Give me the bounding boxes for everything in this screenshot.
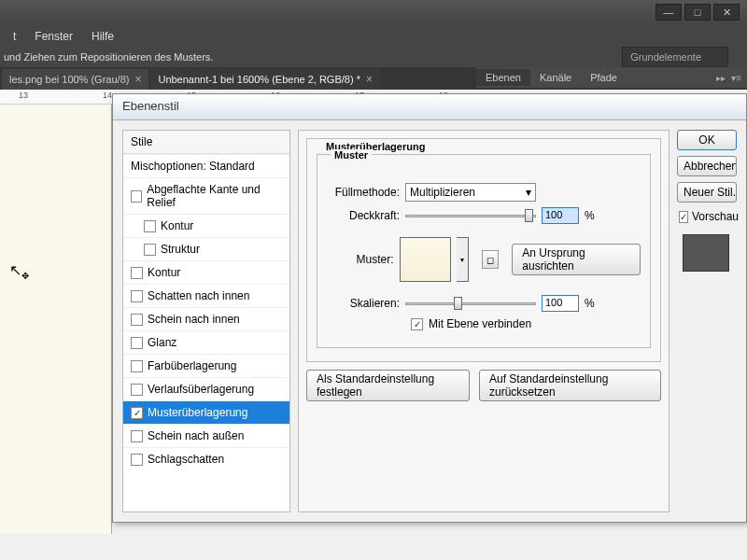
move-cursor-icon: ↖✥ xyxy=(9,261,29,279)
document-tab[interactable]: les.png bei 100% (Grau/8)× xyxy=(2,69,148,90)
style-checkbox[interactable] xyxy=(131,360,143,372)
tab-pfade[interactable]: Pfade xyxy=(581,69,627,86)
unit-percent: % xyxy=(585,209,595,222)
style-item[interactable]: Struktur xyxy=(123,237,289,260)
style-label: Schlagschatten xyxy=(148,453,224,466)
panel-menu-icon[interactable]: ▾≡ xyxy=(731,73,741,83)
style-checkbox[interactable] xyxy=(131,430,143,442)
style-checkbox[interactable] xyxy=(144,244,156,256)
style-checkbox[interactable] xyxy=(131,384,143,396)
menubar: t Fenster Hilfe xyxy=(0,26,747,47)
styles-header[interactable]: Stile xyxy=(123,131,289,154)
style-checkbox[interactable] xyxy=(131,454,143,466)
label-scale: Skalieren: xyxy=(327,297,400,310)
unit-percent: % xyxy=(585,297,595,310)
style-label: Struktur xyxy=(161,243,200,256)
style-label: Schatten nach innen xyxy=(148,289,249,302)
close-button[interactable]: ✕ xyxy=(713,4,740,21)
workspace-selector[interactable]: Grundelemente xyxy=(622,47,728,67)
options-hint: und Ziehen zum Repositionieren des Muste… xyxy=(4,51,213,63)
style-item[interactable]: ✓Musterüberlagerung xyxy=(123,400,289,424)
style-label: Verlaufsüberlagerung xyxy=(148,383,254,396)
style-label: Abgeflachte Kante und Relief xyxy=(147,183,282,209)
label-preview: Vorschau xyxy=(692,210,739,223)
menu-fenster[interactable]: Fenster xyxy=(25,28,82,45)
maximize-button[interactable]: □ xyxy=(684,4,711,21)
make-default-button[interactable]: Als Standardeinstellung festlegen xyxy=(306,370,470,401)
panel-tabs: Ebenen Kanäle Pfade ▸▸ ▾≡ xyxy=(476,67,747,88)
style-item[interactable]: Schein nach innen xyxy=(123,307,289,330)
pattern-picker-arrow[interactable]: ▾ xyxy=(457,237,469,282)
blendmode-select[interactable]: Multiplizieren▾ xyxy=(405,183,536,202)
style-checkbox[interactable] xyxy=(131,190,142,203)
ok-button[interactable]: OK xyxy=(677,130,737,150)
reset-default-button[interactable]: Auf Standardeinstellung zurücksetzen xyxy=(479,370,661,401)
style-label: Schein nach außen xyxy=(148,429,244,442)
scale-input[interactable]: 100 xyxy=(542,295,579,312)
style-item[interactable]: Kontur xyxy=(123,260,289,284)
styles-list: Stile Mischoptionen: Standard Abgeflacht… xyxy=(122,130,290,512)
cancel-button[interactable]: Abbrechen xyxy=(677,156,737,176)
tab-ebenen[interactable]: Ebenen xyxy=(476,69,530,86)
label-opacity: Deckkraft: xyxy=(327,209,400,222)
style-item[interactable]: Verlaufsüberlagerung xyxy=(123,377,289,400)
label-link-layer: Mit Ebene verbinden xyxy=(429,317,531,330)
scale-slider[interactable] xyxy=(405,296,536,311)
style-checkbox[interactable] xyxy=(131,290,143,302)
label-blendmode: Füllmethode: xyxy=(327,186,400,199)
style-checkbox[interactable] xyxy=(144,220,156,232)
menu-truncated[interactable]: t xyxy=(4,28,25,45)
preview-swatch xyxy=(683,234,729,272)
style-label: Kontur xyxy=(161,219,193,232)
style-item[interactable]: Farbüberlagerung xyxy=(123,354,289,377)
style-item[interactable]: Glanz xyxy=(123,330,289,354)
chevron-down-icon: ▾ xyxy=(526,186,531,199)
style-label: Farbüberlagerung xyxy=(148,359,236,372)
pattern-swatch[interactable] xyxy=(400,237,451,282)
new-style-button[interactable]: Neuer Stil... xyxy=(677,182,737,203)
canvas[interactable] xyxy=(0,105,112,534)
style-label: Musterüberlagerung xyxy=(148,406,247,419)
snap-origin-icon[interactable]: ◻ xyxy=(482,250,500,269)
label-pattern: Muster: xyxy=(327,253,394,266)
opacity-input[interactable]: 100 xyxy=(542,207,579,224)
close-icon[interactable]: × xyxy=(366,73,373,86)
style-item[interactable]: Schein nach außen xyxy=(123,424,289,447)
snap-origin-button[interactable]: An Ursprung ausrichten xyxy=(512,244,641,275)
minimize-button[interactable]: — xyxy=(655,4,682,21)
dialog-title: Ebenenstil xyxy=(113,94,746,120)
menu-hilfe[interactable]: Hilfe xyxy=(82,28,123,45)
style-item[interactable]: Kontur xyxy=(123,214,289,237)
blend-options-row[interactable]: Mischoptionen: Standard xyxy=(123,154,289,177)
style-label: Schein nach innen xyxy=(148,313,240,326)
panel-expand-icon[interactable]: ▸▸ xyxy=(716,73,726,83)
link-layer-checkbox[interactable]: ✓ xyxy=(411,318,423,330)
tab-kanale[interactable]: Kanäle xyxy=(530,69,581,86)
close-icon[interactable]: × xyxy=(134,73,141,86)
style-item[interactable]: Abgeflachte Kante und Relief xyxy=(123,177,289,214)
style-checkbox[interactable] xyxy=(131,267,143,279)
style-label: Kontur xyxy=(148,266,180,279)
opacity-slider[interactable] xyxy=(405,208,536,223)
style-item[interactable]: Schatten nach innen xyxy=(123,284,289,307)
style-checkbox[interactable]: ✓ xyxy=(131,407,143,419)
style-checkbox[interactable] xyxy=(131,337,143,349)
style-item[interactable]: Schlagschatten xyxy=(123,447,289,470)
document-tab[interactable]: Unbenannt-1 bei 1600% (Ebene 2, RGB/8) *… xyxy=(150,69,380,90)
section-subtitle: Muster xyxy=(331,149,372,161)
preview-checkbox[interactable]: ✓ xyxy=(679,211,688,223)
layer-style-dialog: Ebenenstil Stile Mischoptionen: Standard… xyxy=(112,93,747,523)
style-checkbox[interactable] xyxy=(131,314,143,326)
style-label: Glanz xyxy=(148,336,176,349)
